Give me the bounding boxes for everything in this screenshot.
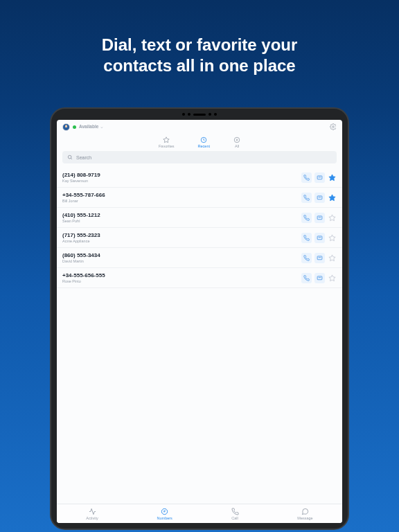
favorite-toggle[interactable] [328,213,337,222]
search-icon [67,154,73,160]
message-button[interactable] [314,193,325,203]
star-icon [163,136,170,143]
app-screen: Available ⌄ Favorites Recent # All [57,120,342,523]
contact-name: Rose Pinto [62,279,105,283]
favorite-toggle[interactable] [328,274,337,283]
activity-icon [89,508,96,515]
call-button[interactable] [301,273,312,283]
nav-activity[interactable]: Activity [86,508,98,520]
svg-marker-9 [329,174,335,180]
contact-number: +34-555-656-555 [62,272,105,278]
favorite-toggle[interactable] [328,233,337,242]
contact-number: (410) 555-1212 [62,212,100,218]
contact-list: (214) 808-9719Kay Stevenson+34-555-787-6… [57,168,342,504]
call-button[interactable] [301,213,312,223]
contact-row: +34-555-787-666Bill Jonar [57,188,342,208]
svg-marker-18 [329,234,335,240]
svg-rect-13 [317,215,322,219]
contact-row: (717) 555-2323Acme Appliance [57,228,342,248]
svg-rect-16 [317,236,322,239]
contact-row: (214) 808-9719Kay Stevenson [57,168,342,188]
numbers-icon: # [161,508,168,515]
contact-number: (214) 808-9719 [62,172,100,178]
tab-favorites[interactable]: Favorites [159,136,175,148]
presence-dot [73,125,76,129]
nav-message[interactable]: Message [297,508,312,520]
contact-name: Sean Pohl [62,219,100,223]
svg-marker-24 [329,274,335,281]
settings-icon[interactable] [330,123,337,131]
tab-recent[interactable]: Recent [198,136,210,148]
filter-tabs: Favorites Recent # All [57,132,342,151]
bottom-nav: Activity # Numbers Call Message [57,504,342,523]
contact-number: +34-555-787-666 [62,192,105,198]
svg-text:#: # [163,509,166,513]
hash-icon: # [233,136,240,143]
favorite-toggle[interactable] [328,254,337,263]
svg-marker-15 [329,214,335,220]
tab-all[interactable]: # All [233,136,240,148]
contact-number: (860) 555-3434 [62,252,100,258]
contact-number: (717) 555-2323 [62,232,100,238]
tablet-sensors [182,113,217,116]
promo-headline: Dial, text or favorite your contacts all… [0,0,399,76]
call-button[interactable] [301,172,312,183]
clock-icon [200,136,207,143]
svg-point-5 [68,155,71,159]
message-button[interactable] [314,273,325,283]
nav-numbers[interactable]: # Numbers [157,508,172,520]
avatar[interactable] [62,123,70,131]
svg-text:#: # [236,139,238,142]
contact-row: (410) 555-1212Sean Pohl [57,208,342,228]
svg-marker-21 [329,254,335,260]
svg-rect-10 [317,195,322,199]
favorite-toggle[interactable] [328,193,337,202]
top-bar: Available ⌄ [57,120,342,132]
svg-marker-12 [329,194,335,200]
message-button[interactable] [314,213,325,223]
contact-name: Kay Stevenson [62,179,100,183]
message-icon [301,508,309,515]
contact-name: David Martin [62,259,100,263]
message-button[interactable] [314,233,325,243]
call-button[interactable] [301,253,312,263]
presence-label[interactable]: Available ⌄ [79,124,104,130]
call-button[interactable] [301,193,312,203]
contact-row: (860) 555-3434David Martin [57,248,342,268]
contact-row: +34-555-656-555Rose Pinto [57,268,342,288]
tablet-frame: Available ⌄ Favorites Recent # All [50,107,349,530]
favorite-toggle[interactable] [328,173,337,182]
svg-marker-1 [163,137,169,143]
message-button[interactable] [314,172,325,183]
svg-rect-7 [317,175,322,179]
svg-line-6 [71,158,72,159]
svg-rect-22 [317,276,322,279]
search-input[interactable]: Search [62,151,337,163]
contact-name: Bill Jonar [62,199,105,203]
svg-rect-19 [317,256,322,259]
message-button[interactable] [314,253,325,263]
phone-icon [231,508,239,515]
svg-point-0 [332,125,335,127]
call-button[interactable] [301,233,312,243]
contact-name: Acme Appliance [62,239,100,243]
nav-call[interactable]: Call [231,508,239,520]
